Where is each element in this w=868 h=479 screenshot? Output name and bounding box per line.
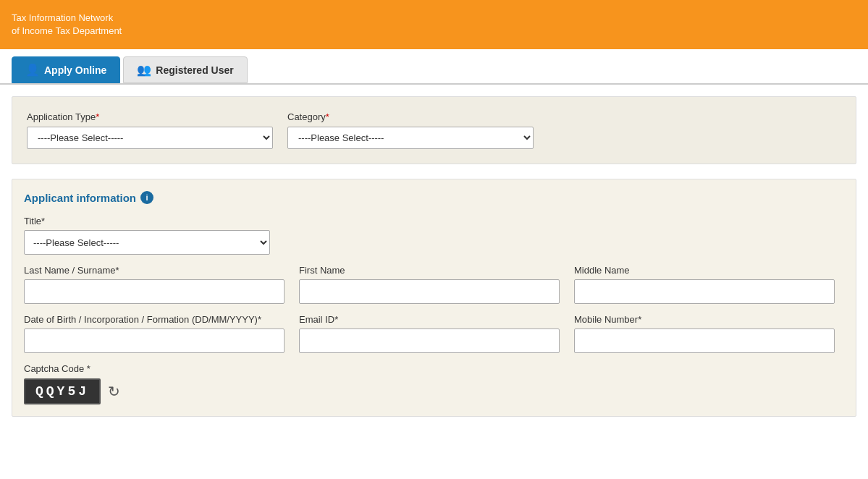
form-row-type-category: Application Type* ----Please Select-----… xyxy=(27,111,841,149)
middle-name-input[interactable] xyxy=(574,279,835,304)
last-name-label: Last Name / Surname* xyxy=(24,265,285,276)
title-group: Title* ----Please Select----- xyxy=(24,216,270,255)
middle-name-group: Middle Name xyxy=(574,265,835,304)
category-group: Category* ----Please Select----- xyxy=(287,111,534,149)
mobile-label: Mobile Number* xyxy=(574,314,835,325)
mobile-input[interactable] xyxy=(574,328,835,353)
captcha-label: Captcha Code * xyxy=(24,363,844,374)
nav-tabs: 👤 Apply Online 👥 Registered User xyxy=(0,49,868,85)
email-label: Email ID* xyxy=(299,314,560,325)
last-name-group: Last Name / Surname* xyxy=(24,265,285,304)
mobile-group: Mobile Number* xyxy=(574,314,835,353)
tab-registered-user-label: Registered User xyxy=(156,64,233,76)
captcha-section: Captcha Code * QQY5J ↻ xyxy=(24,363,844,404)
first-name-label: First Name xyxy=(299,265,560,276)
captcha-row: QQY5J ↻ xyxy=(24,378,844,404)
captcha-image: QQY5J xyxy=(24,378,101,404)
category-select[interactable]: ----Please Select----- xyxy=(287,127,534,149)
dob-email-mobile-row: Date of Birth / Incorporation / Formatio… xyxy=(24,314,844,353)
application-type-select[interactable]: ----Please Select----- xyxy=(27,127,273,149)
registered-user-icon: 👥 xyxy=(137,63,151,77)
first-name-group: First Name xyxy=(299,265,560,304)
name-row: Last Name / Surname* First Name Middle N… xyxy=(24,265,844,304)
title-label: Title* xyxy=(24,216,270,226)
header: Tax Information Network of Income Tax De… xyxy=(0,0,868,49)
dob-group: Date of Birth / Incorporation / Formatio… xyxy=(24,314,285,353)
category-label: Category* xyxy=(287,111,534,122)
application-type-group: Application Type* ----Please Select----- xyxy=(27,111,273,149)
middle-name-label: Middle Name xyxy=(574,265,835,276)
applicant-section-title: Applicant information i xyxy=(24,191,844,204)
email-group: Email ID* xyxy=(299,314,560,353)
captcha-refresh-icon[interactable]: ↻ xyxy=(108,383,120,400)
first-name-input[interactable] xyxy=(299,279,560,304)
header-title: Tax Information Network of Income Tax De… xyxy=(12,12,122,38)
tab-registered-user[interactable]: 👥 Registered User xyxy=(123,56,247,83)
dob-label: Date of Birth / Incorporation / Formatio… xyxy=(24,314,285,325)
info-icon[interactable]: i xyxy=(140,191,153,204)
application-type-label: Application Type* xyxy=(27,111,273,122)
applicant-section: Applicant information i Title* ----Pleas… xyxy=(12,179,856,417)
application-form-section: Application Type* ----Please Select-----… xyxy=(12,96,856,164)
header-title-line2: of Income Tax Department xyxy=(12,25,122,38)
last-name-input[interactable] xyxy=(24,279,285,304)
header-title-line1: Tax Information Network xyxy=(12,12,122,25)
dob-input[interactable] xyxy=(24,328,285,353)
email-input[interactable] xyxy=(299,328,560,353)
title-row: Title* ----Please Select----- xyxy=(24,216,844,255)
tab-apply-online-label: Apply Online xyxy=(44,64,106,76)
apply-online-icon: 👤 xyxy=(25,63,40,77)
title-select[interactable]: ----Please Select----- xyxy=(24,230,270,255)
tab-apply-online[interactable]: 👤 Apply Online xyxy=(12,56,120,83)
main-content: Application Type* ----Please Select-----… xyxy=(0,96,868,431)
